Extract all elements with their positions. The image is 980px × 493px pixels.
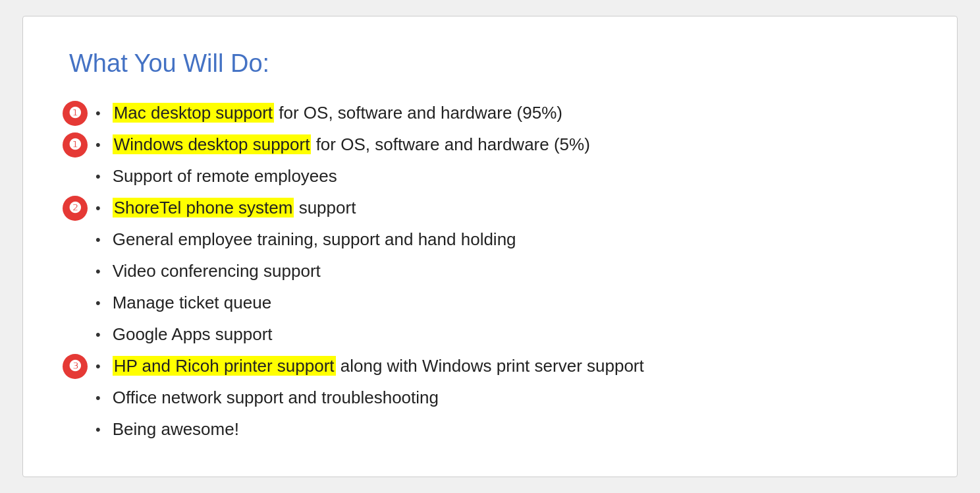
item-text-windows: Windows desktop support for OS, software… xyxy=(113,134,590,156)
item-text-ticket: Manage ticket queue xyxy=(113,292,271,314)
bullet-dot: • xyxy=(95,328,101,342)
list-item: • Being awesome! xyxy=(63,414,917,446)
list-item: • General employee training, support and… xyxy=(63,224,917,256)
highlight-windows: Windows desktop support xyxy=(113,134,312,154)
badge-placeholder xyxy=(63,322,88,347)
highlight-shoretel: ShoreTel phone system xyxy=(113,198,294,218)
highlight-printer: HP and Ricoh printer support xyxy=(113,356,336,376)
list-item: ❶ • Mac desktop support for OS, software… xyxy=(63,98,917,129)
bullet-dot: • xyxy=(95,233,101,247)
item-text-google: Google Apps support xyxy=(113,324,273,346)
item-text-training: General employee training, support and h… xyxy=(113,229,516,251)
list-item: • Support of remote employees xyxy=(63,161,917,192)
badge-3-printer: ❸ xyxy=(63,354,88,379)
list-item: ❷ • ShoreTel phone system support xyxy=(63,192,917,224)
list-item: • Google Apps support xyxy=(63,319,917,351)
slide-title: What You Will Do: xyxy=(69,49,917,78)
bullet-dot: • xyxy=(95,169,101,184)
item-text-network: Office network support and troubleshooti… xyxy=(113,387,439,409)
badge-placeholder xyxy=(63,259,88,284)
bullet-dot: • xyxy=(95,138,101,152)
item-text-video: Video conferencing support xyxy=(113,260,321,283)
slide: What You Will Do: ❶ • Mac desktop suppor… xyxy=(22,16,958,477)
badge-placeholder xyxy=(63,227,88,252)
item-text-awesome: Being awesome! xyxy=(113,419,239,441)
badge-placeholder xyxy=(63,417,88,442)
badge-1-windows: ❶ xyxy=(63,132,88,158)
bullet-dot: • xyxy=(95,422,101,437)
item-text-remote: Support of remote employees xyxy=(113,165,337,188)
badge-2-shoretel: ❷ xyxy=(63,196,88,221)
bullet-dot: • xyxy=(95,201,101,216)
item-text-mac: Mac desktop support for OS, software and… xyxy=(113,102,562,125)
list-item: • Video conferencing support xyxy=(63,256,917,287)
list-item: ❶ • Windows desktop support for OS, soft… xyxy=(63,129,917,161)
badge-placeholder xyxy=(63,291,88,316)
badge-placeholder xyxy=(63,386,88,411)
bullet-dot: • xyxy=(95,359,101,374)
item-text-printer: HP and Ricoh printer support along with … xyxy=(113,355,644,378)
list-item: • Manage ticket queue xyxy=(63,287,917,319)
badge-1-mac: ❶ xyxy=(63,101,88,126)
content-area: ❶ • Mac desktop support for OS, software… xyxy=(63,98,917,446)
bullet-dot: • xyxy=(95,106,101,121)
bullet-dot: • xyxy=(95,391,101,405)
bullet-dot: • xyxy=(95,296,101,310)
list-item: • Office network support and troubleshoo… xyxy=(63,382,917,414)
bullet-dot: • xyxy=(95,264,101,279)
badge-placeholder xyxy=(63,164,88,189)
highlight-mac: Mac desktop support xyxy=(113,103,274,123)
item-text-shoretel: ShoreTel phone system support xyxy=(113,197,356,219)
list-item: ❸ • HP and Ricoh printer support along w… xyxy=(63,351,917,382)
